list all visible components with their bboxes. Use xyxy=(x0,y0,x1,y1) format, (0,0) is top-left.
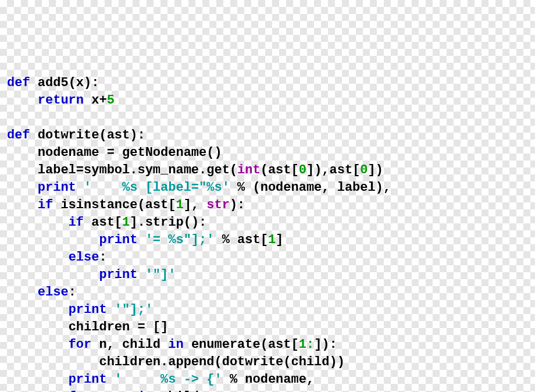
code-line: children = [] xyxy=(7,320,168,334)
code-line: label=symbol.sym_name.get(int(ast[0]),as… xyxy=(7,163,383,177)
code-line: else: xyxy=(7,285,76,300)
func-name: add5 xyxy=(38,76,69,90)
code-line: print '= %s"];' % ast[1] xyxy=(7,233,283,247)
number: 5 xyxy=(107,93,115,108)
code-line: else: xyxy=(7,250,107,265)
string: '"];' xyxy=(115,302,153,317)
keyword-if: if xyxy=(38,198,53,212)
code-line: print ' %s [label="%s' % (nodename, labe… xyxy=(7,180,391,195)
string: ' %s [label="%s' xyxy=(84,180,230,195)
string: ' %s -> {' xyxy=(115,372,222,387)
param: ast xyxy=(107,128,130,142)
code-block: def add5(x): return x+5 def dotwrite(ast… xyxy=(7,74,528,392)
code-line: children.append(dotwrite(child)) xyxy=(7,355,345,369)
param: x xyxy=(76,76,84,90)
code-line: def dotwrite(ast): xyxy=(7,128,145,142)
code-line: for name in children: xyxy=(7,390,230,392)
blank-line xyxy=(7,111,15,125)
keyword-print: print xyxy=(38,180,76,195)
code-line: print '"];' xyxy=(7,302,153,317)
code-line: def add5(x): xyxy=(7,76,99,90)
keyword-for: for xyxy=(69,337,92,352)
string: '= %s"];' xyxy=(145,233,215,247)
builtin-str: str xyxy=(206,198,230,212)
empty-list: [] xyxy=(153,320,168,334)
code-line: if ast[1].strip(): xyxy=(7,215,206,230)
keyword-def: def xyxy=(7,76,30,90)
code-line: return x+5 xyxy=(7,93,115,108)
code-line: nodename = getNodename() xyxy=(7,145,222,160)
func-name: dotwrite xyxy=(38,128,99,142)
builtin-int: int xyxy=(237,163,261,177)
keyword-else: else xyxy=(69,250,99,265)
code-line: print ' %s -> {' % nodename, xyxy=(7,372,314,387)
string: '"]' xyxy=(145,268,176,282)
keyword-in: in xyxy=(168,337,183,352)
code-line: print '"]' xyxy=(7,268,176,282)
keyword-return: return xyxy=(38,93,84,108)
code-line: if isinstance(ast[1], str): xyxy=(7,198,245,212)
code-line: for n, child in enumerate(ast[1:]): xyxy=(7,337,337,352)
